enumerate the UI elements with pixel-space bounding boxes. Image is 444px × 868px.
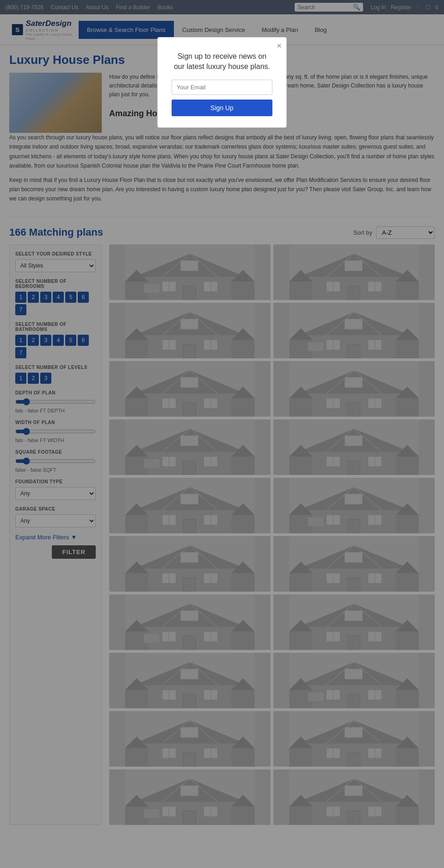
modal-overlay[interactable]: × Sign up to receive news on our latest …	[0, 0, 444, 843]
email-signup-modal: × Sign up to receive news on our latest …	[157, 37, 287, 128]
email-input[interactable]	[172, 80, 272, 95]
modal-title: Sign up to receive news on our latest lu…	[172, 51, 272, 72]
modal-close-button[interactable]: ×	[277, 41, 282, 51]
signup-button[interactable]: Sign Up	[172, 100, 272, 116]
